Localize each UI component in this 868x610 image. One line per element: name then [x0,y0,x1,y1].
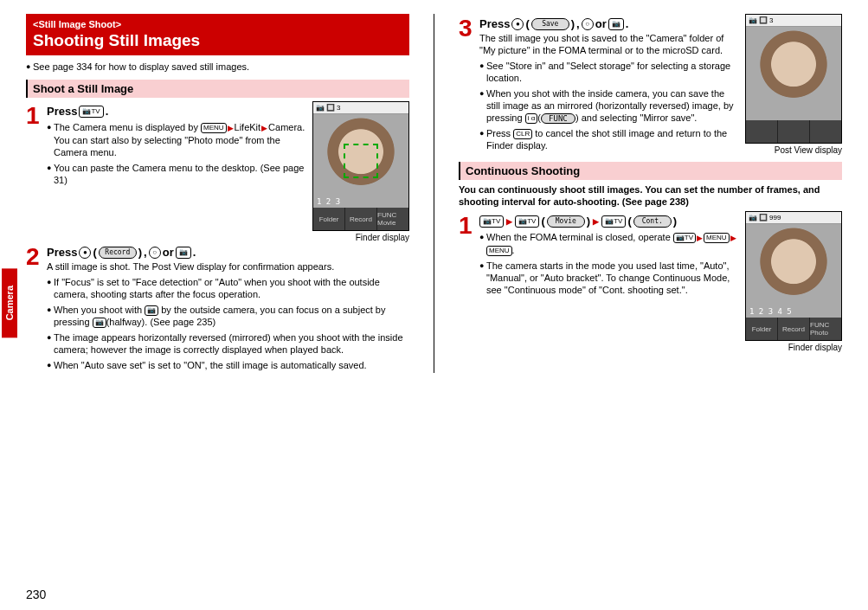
cont-b2: The camera starts in the mode you used l… [486,260,738,296]
step3-line1: The still image you shot is saved to the… [479,32,738,56]
header-title: Shooting Still Images [33,31,402,50]
postview-caption: Post View display [745,145,842,155]
step2-title: Press ●(Record) , ○ or 📷 . [47,246,409,259]
save-pill-icon: Save [531,18,569,30]
step-number-3: 3 [459,17,474,153]
camera-key-icon: 📷 [176,247,191,259]
step2-b1: If "Focus" is set to "Face detection" or… [54,276,409,300]
step3-b1: See "Store in" and "Select storage" for … [486,60,738,84]
cont-step-number-1: 1 [459,215,474,298]
side-tab-camera: Camera [2,268,17,337]
step-number-2: 2 [26,246,42,373]
postview-display-image: 📷🔲3 [745,14,842,144]
step-1: 1 Press 📷TV . ● The Camera menu is displ… [26,105,305,188]
camera-key-icon: 📷 [608,18,624,30]
menu-key-icon: MENU [704,233,730,243]
step2-b4: When "Auto save set" is set to "ON", the… [54,359,409,371]
continuous-intro: You can continuously shoot still images.… [459,183,842,208]
right-arrow-icon: ▶ [730,234,736,242]
intro-bullet: ● See page 334 for how to display saved … [26,61,409,73]
center-key-icon: ● [79,247,91,259]
camera-tv-key-icon: 📷TV [673,233,696,243]
cont-pill-icon: Cont. [633,215,672,228]
right-arrow-icon: ▶ [506,217,512,226]
right-arrow-icon: ▶ [228,124,234,132]
page-number: 230 [26,588,46,601]
two-column-layout: <Still Image Shoot> Shooting Still Image… [26,14,842,373]
func-pill-icon: FUNC [541,113,575,124]
step-2: 2 Press ●(Record) , ○ or 📷 . A still ima… [26,246,409,373]
right-arrow-icon: ▶ [593,217,599,226]
camera-tv-key-icon: 📷TV [79,106,103,118]
ia-key-icon: i α [525,113,538,124]
right-arrow-icon: ▶ [697,234,703,242]
right-arrow-icon: ▶ [261,124,267,132]
step2-b3: The image appears horizontally reversed … [54,331,409,356]
ring-key-icon: ○ [582,18,594,30]
clr-key-icon: CLR [513,129,532,139]
step3-b3: Press CLR to cancel the shot still image… [486,127,738,151]
movie-pill-icon: Movie [547,215,585,228]
step1-b1: The Camera menu is displayed by MENU▶Lif… [54,121,305,158]
step3-b2: When you shot with the inside camera, yo… [486,87,738,124]
step1-b2: You can paste the Camera menu to the des… [54,162,305,186]
cont-step1-title: 📷TV▶ 📷TV(Movie)▶ 📷TV(Cont.) [479,215,738,228]
header-tag: <Still Image Shoot> [33,19,402,29]
continuous-finder-caption: Finder display [745,343,842,352]
camera-tv-key-icon: 📷TV [515,215,539,228]
camera-tv-key-icon: 📷TV [479,215,504,228]
menu-key-icon: MENU [201,123,227,133]
step3-title: Press ●(Save) , ○ or 📷 . [479,17,738,30]
record-pill-icon: Record [99,247,137,259]
cont-step-1: 1 📷TV▶ 📷TV(Movie)▶ 📷TV(Cont.) ● When the… [459,215,738,298]
ring-key-icon: ○ [149,247,161,259]
step2-b2: When you shoot with 📷 by the outside cam… [54,304,409,328]
step2-line1: A still image is shot. The Post View dis… [47,260,409,273]
finder-caption: Finder display [312,233,409,242]
finder-display-image: 📷🔲3 1 2 3 Folder Record FUNC Movie [312,101,409,231]
continuous-finder-image: 📷🔲999 1 2 3 4 5 Folder Record FUNC Photo [745,211,842,341]
menu-key-icon: MENU [486,246,512,256]
cont-b1: When the FOMA terminal is closed, operat… [486,231,738,256]
camera-key-icon: 📷 [145,305,158,316]
right-column: 3 Press ●(Save) , ○ or 📷 . The still ima… [459,14,842,373]
camera-tv-key-icon: 📷TV [601,215,626,228]
center-key-icon: ● [511,18,524,30]
left-column: <Still Image Shoot> Shooting Still Image… [26,14,409,373]
step1-title: Press 📷TV . [47,105,305,118]
step-3: 3 Press ●(Save) , ○ or 📷 . The still ima… [459,17,738,153]
header-bar: <Still Image Shoot> Shooting Still Image… [26,14,409,55]
section-continuous-shooting: Continuous Shooting [459,162,842,180]
step-number-1: 1 [26,105,42,188]
section-shoot-still: Shoot a Still Image [26,80,409,98]
camera-key-icon: 📷 [93,318,106,328]
column-divider [434,14,434,373]
